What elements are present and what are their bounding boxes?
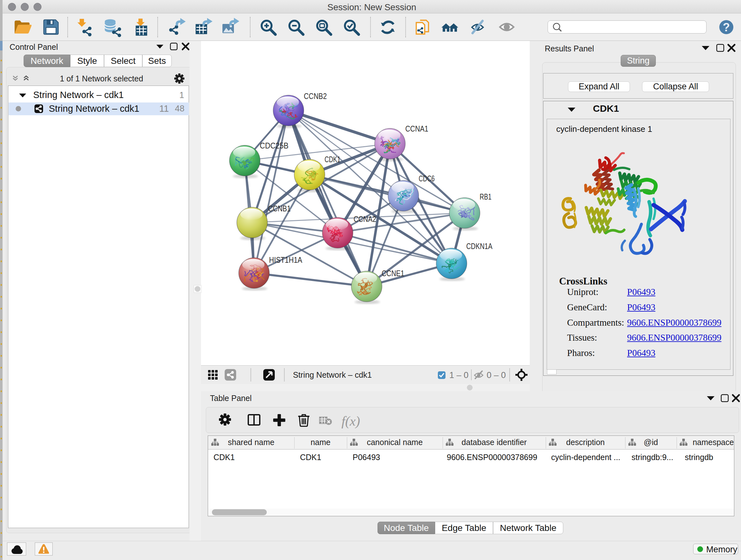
svg-text:CCNB2: CCNB2 [304,91,327,101]
svg-text:1 – 0: 1 – 0 [449,370,468,380]
svg-text:CCNB1: CCNB1 [268,204,291,213]
svg-text:RB1: RB1 [480,192,491,201]
svg-text:0 – 0: 0 – 0 [487,370,506,380]
svg-text:CCNA2: CCNA2 [354,214,376,224]
svg-text:CDC25B: CDC25B [260,141,288,150]
svg-text:?: ? [723,21,730,34]
svg-text:String Network – cdk1: String Network – cdk1 [293,370,372,380]
svg-text:CDKN1A: CDKN1A [466,241,493,251]
svg-text:CCNE1: CCNE1 [382,268,404,278]
svg-text:CDK1: CDK1 [325,154,340,164]
svg-text:HIST1H1A: HIST1H1A [269,255,302,265]
svg-text:CCNA1: CCNA1 [405,124,428,133]
svg-text:f(x): f(x) [341,414,360,429]
svg-text:CDC6: CDC6 [419,174,434,183]
